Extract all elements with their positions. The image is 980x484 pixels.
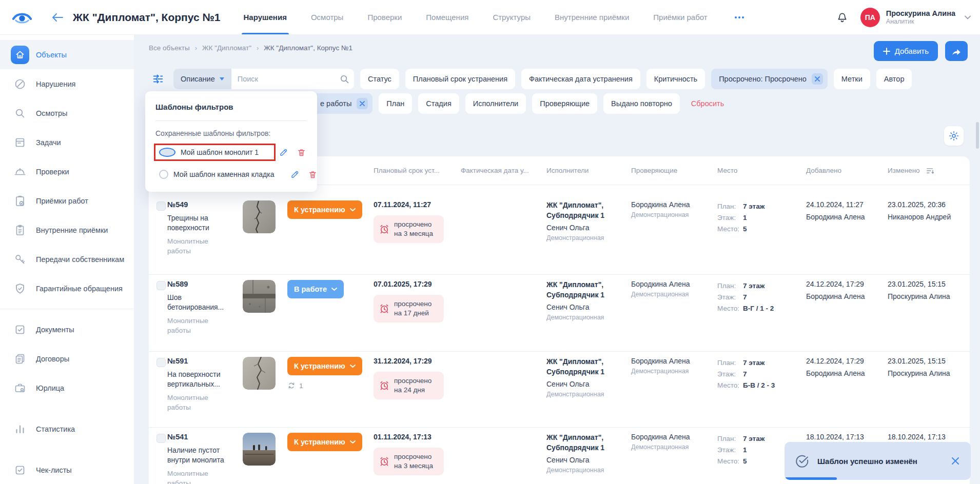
back-arrow-icon[interactable] xyxy=(51,13,64,22)
status-pill[interactable]: К устранению xyxy=(287,357,362,375)
remove-filter-icon[interactable] xyxy=(812,73,823,85)
violation-id[interactable]: №549 xyxy=(167,200,236,209)
filter-chip-fact-date[interactable]: Фактическая дата устранения xyxy=(521,69,640,89)
template-radio-selected[interactable] xyxy=(159,148,175,157)
user-chevron-down-icon[interactable] xyxy=(965,15,971,19)
alarm-clock-icon xyxy=(379,304,389,314)
col-added[interactable]: Добавлено xyxy=(806,167,888,174)
edit-template-button[interactable] xyxy=(289,169,300,180)
row-checkbox[interactable] xyxy=(156,201,166,211)
overdue-badge: просрочено на 3 месяца xyxy=(374,215,444,243)
col-reviewers[interactable]: Проверяющие xyxy=(631,167,717,174)
violation-title: На поверхности вертикальных... xyxy=(167,370,231,390)
user-menu[interactable]: Проскурина Алина Аналитик xyxy=(886,9,955,26)
search-icon[interactable] xyxy=(340,74,349,84)
filter-chip-reviewers[interactable]: Проверяющие xyxy=(532,93,597,114)
violation-id[interactable]: №589 xyxy=(167,280,236,288)
search-input[interactable] xyxy=(231,69,340,89)
status-pill[interactable]: К устранению xyxy=(287,200,362,219)
col-fact-date[interactable]: Фактическая дата у... xyxy=(461,167,546,174)
breadcrumb-separator: › xyxy=(195,44,197,52)
filter-chip-executors[interactable]: Исполнители xyxy=(465,93,526,114)
filter-chip-stage[interactable]: Стадия xyxy=(418,93,459,114)
sidebar-item-work-acceptances[interactable]: Приёмки работ xyxy=(0,186,134,215)
filter-chip-author[interactable]: Автор xyxy=(876,69,912,89)
tab-inspections[interactable]: Осмотры xyxy=(311,0,344,34)
reset-filters-button[interactable]: Сбросить xyxy=(686,99,729,108)
changed-date: 23.01.2025, 20:36 xyxy=(888,200,963,209)
sidebar-item-statistics[interactable]: Статистика xyxy=(0,414,134,443)
remove-filter-icon[interactable] xyxy=(357,98,368,109)
overdue-text: просрочено на 3 месяца xyxy=(394,220,438,238)
sidebar-item-internal-acceptances[interactable]: Внутренние приёмки xyxy=(0,215,134,245)
tab-internal-acceptances[interactable]: Внутренние приёмки xyxy=(555,0,629,34)
reviewer-note: Демонстрационная xyxy=(631,443,710,451)
filter-chip-status[interactable]: Статус xyxy=(360,69,399,89)
sidebar-item-contracts[interactable]: Договоры xyxy=(0,344,134,373)
filter-chip-criticality[interactable]: Критичность xyxy=(646,69,705,89)
breadcrumb-complex[interactable]: ЖК "Дипломат" xyxy=(202,44,251,52)
tab-work-acceptances[interactable]: Приёмки работ xyxy=(653,0,707,34)
table-row[interactable]: №549 Трещины на поверхности Монолитные р… xyxy=(149,185,970,274)
template-label[interactable]: Мой шаблон монолит 1 xyxy=(181,148,259,156)
sidebar-item-warranty-claims[interactable]: Гарантийные обращения xyxy=(0,274,134,303)
tab-structures[interactable]: Структуры xyxy=(493,0,531,34)
violation-id[interactable]: №591 xyxy=(167,357,236,365)
share-button[interactable] xyxy=(945,41,968,61)
table-settings-button[interactable] xyxy=(944,126,964,146)
table-row[interactable]: №589 Шов бетонирования... Монолитные раб… xyxy=(149,274,970,351)
breadcrumb-all-objects[interactable]: Все объекты xyxy=(149,44,190,52)
more-tabs-ellipsis-icon[interactable] xyxy=(732,13,747,22)
sidebar-item-owner-handovers[interactable]: Передачи собственникам xyxy=(0,245,134,274)
violation-photo[interactable] xyxy=(243,280,276,313)
filter-chip-plan[interactable]: План xyxy=(379,93,412,114)
sidebar-item-tasks[interactable]: Задачи xyxy=(0,128,134,157)
edit-template-button[interactable] xyxy=(278,147,289,158)
user-avatar[interactable]: ПА xyxy=(860,8,880,27)
tab-violations[interactable]: Нарушения xyxy=(244,0,287,34)
col-executors[interactable]: Исполнители xyxy=(546,167,631,174)
sidebar-item-checklists[interactable]: Чек-листы xyxy=(0,455,134,484)
template-radio[interactable] xyxy=(159,170,168,179)
status-pill[interactable]: К устранению xyxy=(287,433,362,451)
col-place[interactable]: Место xyxy=(717,167,806,174)
status-pill[interactable]: В работе xyxy=(287,280,344,298)
filter-templates-button[interactable] xyxy=(149,70,167,88)
sidebar-item-legal-entities[interactable]: Юрлица xyxy=(0,373,134,402)
row-checkbox[interactable] xyxy=(156,434,166,443)
sidebar-item-objects[interactable]: Объекты xyxy=(0,40,134,69)
notifications-bell-icon[interactable] xyxy=(836,11,848,24)
app-logo-eye-icon[interactable] xyxy=(12,11,32,24)
added-by: Бородкина Алена xyxy=(806,292,880,300)
add-button[interactable]: Добавить xyxy=(874,41,938,61)
violation-id[interactable]: №541 xyxy=(167,433,236,441)
page-scrollbar-thumb[interactable] xyxy=(976,122,979,149)
template-label[interactable]: Мой шаблон каменная кладка xyxy=(173,170,274,178)
search-field-select[interactable]: Описание xyxy=(173,69,231,89)
toast-message: Шаблон успешно изменён xyxy=(817,457,941,466)
violation-photo[interactable] xyxy=(243,357,276,390)
filter-row-2: е работы План Стадия Исполнители Проверя… xyxy=(312,93,729,114)
delete-template-button[interactable] xyxy=(296,147,307,158)
col-plan-date[interactable]: Плановый срок уст... xyxy=(374,167,461,174)
toast-close-icon[interactable] xyxy=(949,455,962,467)
filter-chip-plan-date[interactable]: Плановый срок устранения xyxy=(405,69,515,89)
sidebar: Объекты Нарушения Осмотры Задачи Проверк… xyxy=(0,35,134,484)
table-row[interactable]: №591 На поверхности вертикальных... Моно… xyxy=(149,351,970,427)
sidebar-item-violations[interactable]: Нарушения xyxy=(0,69,134,98)
filter-chip-work-type-active[interactable]: е работы xyxy=(312,93,373,114)
sidebar-item-inspections[interactable]: Осмотры xyxy=(0,98,134,128)
sidebar-item-checks[interactable]: Проверки xyxy=(0,157,134,186)
tab-checks[interactable]: Проверки xyxy=(367,0,402,34)
violation-photo[interactable] xyxy=(243,433,276,466)
row-checkbox[interactable] xyxy=(156,281,166,290)
violation-photo[interactable] xyxy=(243,200,276,233)
tab-rooms[interactable]: Помещения xyxy=(426,0,468,34)
filter-chip-overdue-active[interactable]: Просрочено: Просрочено xyxy=(711,69,828,89)
row-checkbox[interactable] xyxy=(156,358,166,367)
delete-template-button[interactable] xyxy=(307,169,318,180)
violation-title: Наличие пустот внутри монолита xyxy=(167,446,231,466)
filter-chip-reissued[interactable]: Выдано повторно xyxy=(603,93,680,114)
sidebar-item-documents[interactable]: Документы xyxy=(0,315,134,344)
filter-chip-labels[interactable]: Метки xyxy=(834,69,870,89)
